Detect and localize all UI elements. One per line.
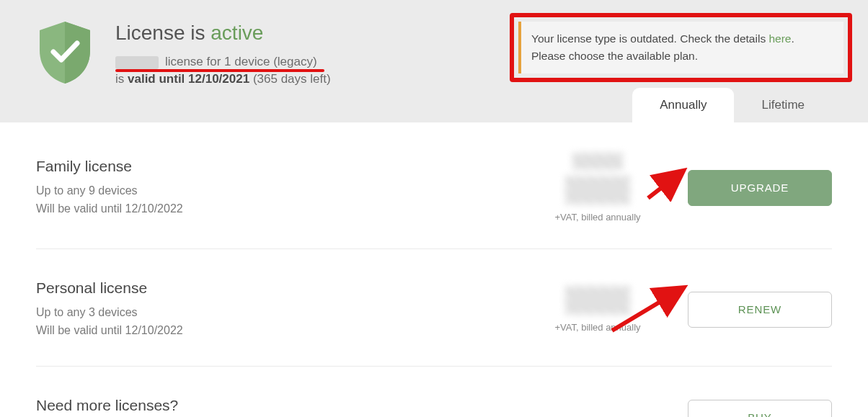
- redacted-price: [572, 153, 623, 170]
- redacted-price: [565, 286, 630, 315]
- need-more-title: Need more licenses?: [36, 397, 536, 414]
- price-note: +VAT, billed annually: [536, 322, 659, 333]
- notice-here-link[interactable]: here: [769, 32, 791, 45]
- plan-row-personal: Personal license Up to any 3 devices Wil…: [36, 249, 832, 367]
- plan-devices: Up to any 3 devices: [36, 304, 536, 322]
- license-header: License is active license for 1 device (…: [0, 0, 868, 122]
- plan-title: Personal license: [36, 279, 536, 297]
- billing-period-tabs: Annually Lifetime: [632, 88, 832, 122]
- need-more-row: Need more licenses? You can have several…: [36, 367, 832, 417]
- outdated-license-notice: Your license type is outdated. Check the…: [518, 22, 843, 73]
- plan-valid-until: Will be valid until 12/10/2022: [36, 200, 536, 218]
- plan-valid-until: Will be valid until 12/10/2022: [36, 322, 536, 340]
- buy-button[interactable]: BUY: [688, 400, 832, 417]
- price-note: +VAT, billed annually: [536, 212, 659, 223]
- tab-lifetime[interactable]: Lifetime: [734, 88, 832, 122]
- redacted-product-name: [115, 56, 159, 69]
- renew-button[interactable]: RENEW: [688, 292, 832, 328]
- upgrade-button[interactable]: UPGRADE: [688, 170, 832, 206]
- annotation-red-box: Your license type is outdated. Check the…: [510, 13, 852, 82]
- annotation-red-underline: [115, 69, 324, 72]
- license-detail-line-1: license for 1 device (legacy): [115, 55, 317, 69]
- plan-devices: Up to any 9 devices: [36, 182, 536, 200]
- plan-title: Family license: [36, 158, 536, 175]
- plan-row-family: Family license Up to any 9 devices Will …: [36, 122, 832, 249]
- redacted-price: [565, 176, 630, 205]
- shield-check-icon: [36, 20, 94, 85]
- tab-annually[interactable]: Annually: [632, 88, 734, 122]
